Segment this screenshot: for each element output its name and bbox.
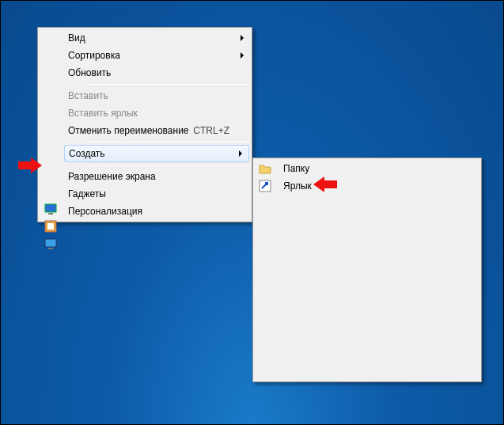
menu-item-screen-resolution[interactable]: Разрешение экрана [63, 168, 250, 185]
screen-resolution-icon [44, 203, 57, 215]
menu-label: Сортировка [68, 50, 120, 61]
submenu-arrow-icon [241, 52, 244, 59]
personalize-icon [44, 237, 57, 250]
svg-rect-5 [48, 248, 53, 249]
gadgets-icon [44, 220, 57, 233]
menu-label: Вид [68, 32, 85, 44]
menu-label: Отменить переименование [68, 125, 189, 136]
submenu-item-shortcut[interactable]: Ярлык [279, 177, 479, 195]
annotation-arrow-shortcut [313, 176, 324, 192]
desktop-context-menu: Вид Сортировка Обновить Вставить Вставит… [37, 27, 252, 222]
menu-separator [87, 165, 248, 165]
menu-item-refresh[interactable]: Обновить [63, 64, 250, 82]
menu-separator [87, 84, 248, 85]
menu-item-undo-rename[interactable]: Отменить переименование CTRL+Z [63, 122, 250, 139]
menu-label: Вставить ярлык [68, 108, 138, 119]
menu-item-view[interactable]: Вид [63, 29, 250, 47]
svg-rect-4 [45, 239, 56, 247]
menu-label: Разрешение экрана [68, 171, 156, 182]
menu-label: Создать [69, 148, 105, 159]
shortcut-icon [259, 180, 271, 195]
create-submenu: Папку Ярлык [252, 157, 482, 382]
menu-item-create[interactable]: Создать [64, 145, 249, 162]
menu-label: Гаджеты [68, 188, 106, 199]
menu-icon-strip [40, 29, 62, 220]
menu-label: Персонализация [68, 206, 142, 217]
submenu-item-folder[interactable]: Папку [279, 160, 479, 177]
submenu-label: Папку [283, 163, 309, 174]
menu-item-sort[interactable]: Сортировка [63, 47, 250, 64]
menu-label: Вставить [68, 90, 108, 101]
menu-item-paste: Вставить [63, 87, 250, 104]
menu-item-gadgets[interactable]: Гаджеты [63, 185, 250, 203]
svg-rect-3 [47, 223, 54, 230]
svg-rect-0 [45, 204, 56, 212]
menu-shortcut-hint: CTRL+Z [193, 125, 229, 136]
submenu-label: Ярлык [283, 180, 312, 192]
menu-separator [87, 142, 248, 142]
submenu-arrow-icon [239, 150, 242, 157]
annotation-arrow-create [31, 157, 42, 173]
folder-icon [259, 162, 271, 177]
menu-item-personalize[interactable]: Персонализация [63, 203, 250, 220]
svg-rect-1 [48, 213, 53, 214]
menu-label: Обновить [68, 67, 111, 78]
submenu-arrow-icon [241, 35, 244, 41]
menu-item-paste-shortcut: Вставить ярлык [63, 104, 250, 122]
